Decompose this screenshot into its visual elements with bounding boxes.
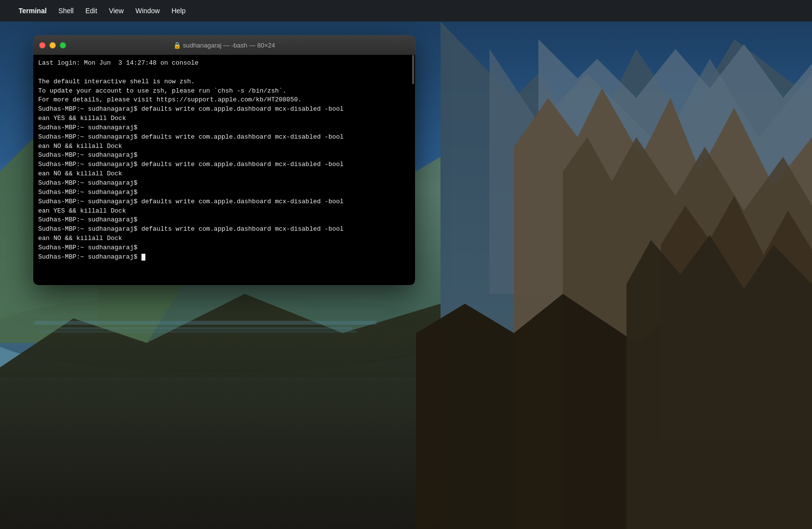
minimize-button[interactable] (49, 42, 56, 48)
terminal-title: 🔒 sudhanagaraj — -bash — 80×24 (173, 42, 275, 49)
terminal-body[interactable]: Last login: Mon Jun 3 14:27:48 on consol… (33, 55, 415, 285)
maximize-button[interactable] (60, 42, 66, 48)
menubar-terminal[interactable]: Terminal (14, 5, 51, 17)
terminal-window: 🔒 sudhanagaraj — -bash — 80×24 Last logi… (33, 35, 415, 285)
svg-marker-13 (626, 235, 812, 529)
menubar-edit[interactable]: Edit (80, 5, 102, 17)
close-button[interactable] (39, 42, 46, 48)
traffic-lights (39, 42, 66, 48)
menubar-shell[interactable]: Shell (53, 5, 78, 17)
terminal-titlebar: 🔒 sudhanagaraj — -bash — 80×24 (33, 35, 415, 55)
svg-rect-15 (59, 327, 352, 330)
menubar: Terminal Shell Edit View Window Help (0, 0, 812, 22)
menubar-view[interactable]: View (104, 5, 129, 17)
menubar-window[interactable]: Window (131, 5, 165, 17)
svg-rect-14 (34, 321, 377, 325)
terminal-scrollbar[interactable] (412, 55, 414, 84)
menubar-help[interactable]: Help (166, 5, 190, 17)
terminal-cursor (141, 254, 145, 261)
svg-rect-16 (39, 331, 357, 333)
terminal-output: Last login: Mon Jun 3 14:27:48 on consol… (38, 59, 410, 262)
